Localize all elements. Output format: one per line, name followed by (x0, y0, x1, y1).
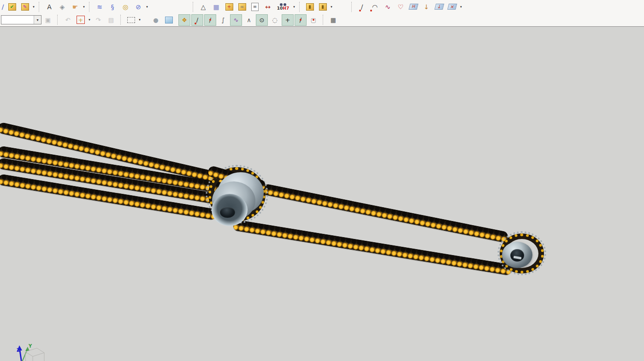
snap-midpoint-toggle[interactable]: ∕ (204, 14, 216, 26)
undo-button[interactable]: ↶ (62, 14, 74, 26)
circle-set-folder-icon: ∞ (238, 3, 246, 11)
toolbar-separator (89, 2, 91, 12)
snap-intersection-icon: + (285, 17, 290, 23)
lock-assembly-button[interactable]: ▮ (317, 1, 329, 12)
snap-point-on-face-toggle[interactable]: ▢ (307, 14, 319, 26)
snap-center-icon: ⊙ (260, 17, 265, 23)
note-editor-button[interactable]: ≡ (249, 1, 261, 12)
rectangle-select-button-dropdown[interactable]: ▾ (137, 14, 142, 26)
draft-analysis-icon: A (47, 4, 52, 10)
spring-suppress-button[interactable]: ⊘ (132, 1, 144, 12)
clipped-left-button[interactable]: ∕ (0, 1, 5, 12)
annotation-attributes-button[interactable]: ✎ (19, 1, 31, 12)
snap-spline-point-icon: ∿ (234, 17, 239, 23)
face-wedge-button[interactable]: ◈ (56, 1, 68, 12)
toolbar-gap (149, 6, 190, 7)
combo-dropdown-icon[interactable]: ▾ (34, 16, 41, 24)
transparent-box-button[interactable] (163, 14, 175, 26)
snap-endpoint-toggle[interactable]: ∕ (191, 14, 203, 26)
transparent-box-icon (165, 17, 173, 23)
undo-icon: ↶ (65, 17, 71, 23)
toolbar-separator (39, 2, 41, 12)
spreadsheet-icon: ▦ (213, 4, 219, 10)
pick-from-list-button-dropdown[interactable]: ▾ (82, 1, 86, 12)
selection-filter-button[interactable]: + (75, 14, 87, 26)
closed-curve-button[interactable]: ♡ (395, 1, 407, 12)
polyline-button[interactable]: ∿ (382, 1, 394, 12)
line-two-point-icon: ∕ (361, 4, 363, 10)
selection-scope-combo[interactable]: ▾ (1, 15, 41, 24)
lock-part-button[interactable]: ▮ (304, 1, 316, 12)
surface-flow-button[interactable]: ↓ (433, 1, 445, 12)
selection-filter-button-dropdown[interactable]: ▾ (87, 14, 92, 26)
assembly-window-button[interactable]: ▣ (42, 14, 54, 26)
limits-fits-search-button-dropdown[interactable]: ▾ (292, 1, 296, 12)
spring-suppress-button-dropdown[interactable]: ▾ (145, 1, 149, 12)
spring-button[interactable]: § (106, 1, 118, 12)
snap-point-on-curve-toggle[interactable]: ∕ (295, 14, 307, 26)
lock-part-icon: ▮ (306, 3, 314, 11)
surface-cross-button[interactable]: × (446, 1, 458, 12)
polyline-icon: ∿ (385, 4, 390, 10)
surface-cross-icon: × (447, 4, 457, 10)
snap-point-toggle[interactable]: ❖ (178, 14, 190, 26)
toolbar-separator (120, 15, 123, 25)
snap-pole-icon: ∫ (222, 17, 225, 23)
project-curve-icon: ↓ (424, 4, 429, 10)
layer-settings-button[interactable]: ▤ (105, 14, 117, 26)
line-two-point-button[interactable]: ∕ (356, 1, 368, 12)
point-set-folder-button[interactable]: + (223, 1, 235, 12)
triangle-mesh-icon: △ (201, 4, 206, 10)
annotation-attributes-button-dropdown[interactable]: ▾ (31, 1, 36, 12)
point-set-folder-icon: + (225, 3, 233, 11)
lock-assembly-button-dropdown[interactable]: ▾ (329, 1, 334, 12)
surface-cross-button-dropdown[interactable]: ▾ (459, 1, 463, 12)
torus-coil-icon: ◎ (123, 4, 128, 10)
tolerance-label: 10H7 (277, 6, 289, 11)
finish-sketch-button[interactable]: ✔ (6, 1, 18, 12)
snap-quadrant-icon: ◌ (272, 17, 277, 23)
lock-assembly-icon: ▮ (319, 3, 327, 11)
snap-point-on-face-icon: ▢ (311, 17, 316, 23)
snap-intersection-toggle[interactable]: + (282, 14, 294, 26)
spreadsheet-button[interactable]: ▦ (210, 1, 222, 12)
snap-quadrant-toggle[interactable]: ◌ (269, 14, 281, 26)
grid-snap-button[interactable]: ▦ (327, 14, 339, 26)
snap-spline-point-toggle[interactable]: ∿ (230, 14, 242, 26)
torus-coil-button[interactable]: ◎ (119, 1, 131, 12)
selection-scope-input[interactable] (1, 16, 34, 24)
right-sprocket-bore (510, 249, 524, 262)
surface-flow-icon: ↓ (434, 4, 444, 10)
snap-center-toggle[interactable]: ⊙ (256, 14, 268, 26)
arc-three-point-button[interactable]: ◠ (369, 1, 381, 12)
z-axis-label: Z (17, 348, 20, 353)
dimension-style-brush-button[interactable]: ↔ (262, 1, 274, 12)
main-toolbar: ∕✔✎▾A◈☛▾≋§◎⊘▾△▦+∞≡↔10H7▾▮▮▾∕◠∿♡H↓↓×▾ (0, 0, 644, 13)
pick-from-list-icon: ☛ (72, 4, 78, 10)
snap-point-on-curve-icon: ∕ (300, 17, 301, 23)
limits-fits-search-button[interactable]: 10H7 (275, 1, 291, 12)
surface-h-button[interactable]: H (408, 1, 419, 12)
snap-pole-toggle[interactable]: ∫ (217, 14, 229, 26)
rectangle-select-button[interactable] (125, 14, 137, 26)
coordinate-triad: Z Y X (10, 342, 56, 361)
finish-sketch-icon: ✔ (8, 3, 16, 11)
snap-point-icon: ❖ (182, 17, 187, 23)
toolbar-separator (57, 15, 59, 25)
project-curve-button[interactable]: ↓ (420, 1, 432, 12)
triangle-mesh-button[interactable]: △ (197, 1, 209, 12)
pick-from-list-button[interactable]: ☛ (69, 1, 81, 12)
circle-set-folder-button[interactable]: ∞ (236, 1, 248, 12)
spring-icon: § (111, 4, 114, 10)
toolbar-separator (351, 2, 354, 12)
toolbar-separator (299, 2, 301, 12)
coil-stack-button[interactable]: ≋ (94, 1, 106, 12)
snap-arc-toggle[interactable]: ∧ (243, 14, 255, 26)
clipped-left-icon: ∕ (2, 4, 4, 10)
coil-stack-icon: ≋ (97, 4, 102, 10)
shaded-view-button[interactable]: ● (150, 14, 162, 26)
spring-suppress-icon: ⊘ (136, 4, 141, 10)
viewport[interactable]: Z Y X (0, 26, 644, 361)
draft-analysis-button[interactable]: A (43, 1, 55, 12)
redo-button[interactable]: ↷ (92, 14, 104, 26)
